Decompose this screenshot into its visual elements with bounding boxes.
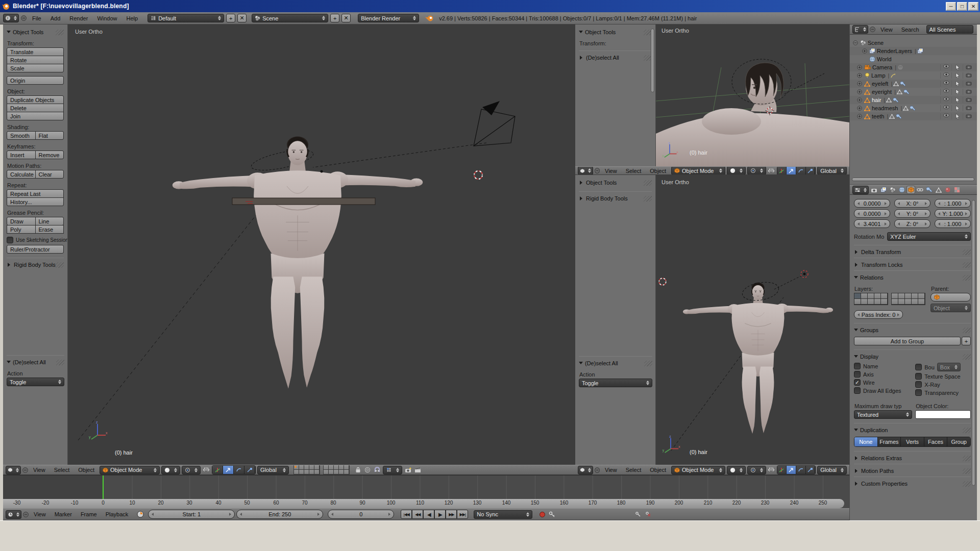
dup-group-button[interactable]: Group	[947, 437, 970, 446]
panel-display[interactable]: Display	[854, 352, 971, 361]
collapse-menus-icon[interactable]	[21, 15, 27, 21]
collapse-menus-icon[interactable]	[595, 467, 600, 473]
manipulator-rotate-icon[interactable]	[796, 167, 806, 175]
new-group-button[interactable]: +	[962, 337, 971, 345]
shelf-scrollbar[interactable]	[651, 29, 654, 92]
delete-keyframe-icon[interactable]	[644, 510, 652, 518]
manipulator-translate-icon[interactable]	[223, 466, 234, 474]
menu-view-timeline[interactable]: View	[30, 511, 50, 517]
outliner-row-world[interactable]: World	[850, 55, 977, 63]
layers-grid-1[interactable]	[293, 465, 320, 475]
hide-icon[interactable]	[940, 105, 951, 111]
menu-select[interactable]: Select	[622, 168, 645, 174]
expand-icon[interactable]	[857, 65, 862, 70]
rot-y-field[interactable]: Y: 0°	[894, 209, 930, 218]
orientation-dropdown[interactable]: Global	[817, 166, 847, 175]
selectable-icon[interactable]	[951, 89, 963, 95]
object-color-swatch[interactable]	[915, 410, 971, 419]
scene-selector[interactable]: Scene	[252, 14, 328, 22]
selectable-icon[interactable]	[951, 81, 963, 87]
rot-x-field[interactable]: X: 0°	[894, 199, 930, 208]
menu-window[interactable]: Window	[93, 15, 120, 21]
panel-motion-paths[interactable]: Motion Paths	[854, 466, 971, 475]
camera-object[interactable]	[474, 101, 515, 146]
render-animation-icon[interactable]	[413, 466, 422, 474]
pivot-point-dropdown[interactable]	[747, 166, 766, 175]
manipulator-toggle-icon[interactable]	[768, 466, 775, 474]
parent-type-dropdown[interactable]: Object	[930, 304, 971, 312]
manipulator-axis-icon[interactable]	[777, 167, 787, 175]
menu-object[interactable]: Object	[75, 467, 98, 473]
menu-view[interactable]: View	[601, 467, 621, 473]
prev-keyframe-button[interactable]: ◀◀	[412, 510, 423, 519]
gp-poly-button[interactable]: Poly	[7, 225, 36, 234]
gp-erase-button[interactable]: Erase	[35, 225, 64, 234]
3d-viewport-main[interactable]: User Ortho (0) hair	[68, 24, 575, 465]
editor-type-button[interactable]	[578, 166, 593, 175]
display-name-checkbox[interactable]	[854, 363, 861, 369]
hide-icon[interactable]	[940, 113, 951, 119]
panel-object-tools-3[interactable]: Object Tools	[579, 178, 652, 187]
panel-groups[interactable]: Groups	[854, 325, 971, 335]
panel-duplication[interactable]: Duplication	[854, 425, 971, 435]
outliner-row-lamp[interactable]: Lamp |	[850, 71, 977, 80]
expand-icon[interactable]	[857, 81, 862, 86]
selectable-icon[interactable]	[951, 97, 963, 103]
properties-scrollbar[interactable]	[972, 200, 975, 486]
tab-object[interactable]	[907, 186, 915, 193]
tab-modifiers[interactable]	[925, 186, 933, 193]
display-bounds-checkbox[interactable]	[915, 364, 922, 370]
collapse-menus-icon[interactable]	[23, 512, 29, 517]
timeline-track[interactable]	[3, 475, 849, 499]
gp-draw-button[interactable]: Draw	[7, 217, 36, 226]
dup-frames-button[interactable]: Frames	[878, 437, 901, 446]
tab-render[interactable]	[870, 186, 878, 193]
display-xray-checkbox[interactable]	[915, 381, 922, 388]
parent-field[interactable]	[930, 293, 971, 302]
join-button[interactable]: Join	[7, 112, 64, 120]
tab-world[interactable]	[898, 186, 905, 193]
jump-to-start-button[interactable]: |◀◀	[401, 510, 412, 519]
snap-magnet-icon[interactable]	[373, 466, 381, 474]
manipulator-rotate-icon[interactable]	[234, 466, 244, 474]
repeat-last-button[interactable]: Repeat Last	[7, 189, 64, 198]
jump-to-end-button[interactable]: ▶▶|	[457, 510, 468, 519]
loc-z-field[interactable]: 3.4001	[854, 219, 890, 228]
3d-viewport-bottom-right[interactable]: User Ortho (0) hair	[656, 175, 849, 465]
dup-faces-button[interactable]: Faces	[924, 437, 948, 446]
expand-icon[interactable]	[857, 114, 862, 119]
window-titlebar[interactable]: Blender* [F:\nuevovillagerblend.blend] ─…	[0, 0, 980, 12]
timeline-ruler[interactable]: -30 -20 -10 0 10 20 30 40 50 60 70 80 90…	[3, 499, 844, 508]
mode-dropdown[interactable]: Object Mode	[100, 466, 160, 474]
menu-select[interactable]: Select	[622, 467, 645, 473]
hide-icon[interactable]	[940, 72, 951, 79]
render-opengl-icon[interactable]	[404, 466, 412, 474]
add-layout-button[interactable]: +	[226, 14, 235, 22]
render-restrict-icon[interactable]	[963, 113, 974, 119]
display-transparency-checkbox[interactable]	[915, 389, 922, 396]
current-frame-line[interactable]	[103, 475, 104, 499]
add-scene-button[interactable]: +	[330, 14, 339, 22]
editor-type-button-outliner[interactable]	[852, 25, 868, 34]
manipulator-translate-icon[interactable]	[787, 167, 796, 175]
proportional-edit-icon[interactable]	[363, 466, 372, 474]
calculate-paths-button[interactable]: Calculate	[7, 170, 36, 179]
panel-transform-locks[interactable]: Transform Locks	[854, 260, 971, 269]
ruler-protractor-button[interactable]: Ruler/Protractor	[7, 245, 64, 254]
insert-keyframe-button[interactable]: Insert	[7, 151, 36, 159]
panel-custom-properties[interactable]: Custom Properties	[854, 479, 971, 488]
3d-viewport-top-right[interactable]: User Ortho (0) hair	[656, 24, 849, 166]
add-to-group-button[interactable]: Add to Group	[854, 337, 961, 345]
menu-file[interactable]: File	[29, 15, 45, 21]
manipulator-translate-icon[interactable]	[787, 466, 796, 474]
viewport-shading-dropdown[interactable]	[727, 466, 746, 474]
hide-icon[interactable]	[940, 97, 951, 103]
outliner-row-eyeright[interactable]: eyeright |	[850, 88, 977, 96]
display-draw-all-edges-checkbox[interactable]	[854, 387, 861, 394]
human-model-back[interactable]	[683, 283, 833, 434]
loc-y-field[interactable]: 0.0000	[854, 209, 890, 218]
rotate-button[interactable]: Rotate	[7, 56, 64, 64]
render-engine-dropdown[interactable]: Blender Render	[358, 14, 419, 22]
render-restrict-icon[interactable]	[963, 97, 974, 103]
outliner-row-renderlayers[interactable]: RenderLayers |	[850, 47, 977, 55]
